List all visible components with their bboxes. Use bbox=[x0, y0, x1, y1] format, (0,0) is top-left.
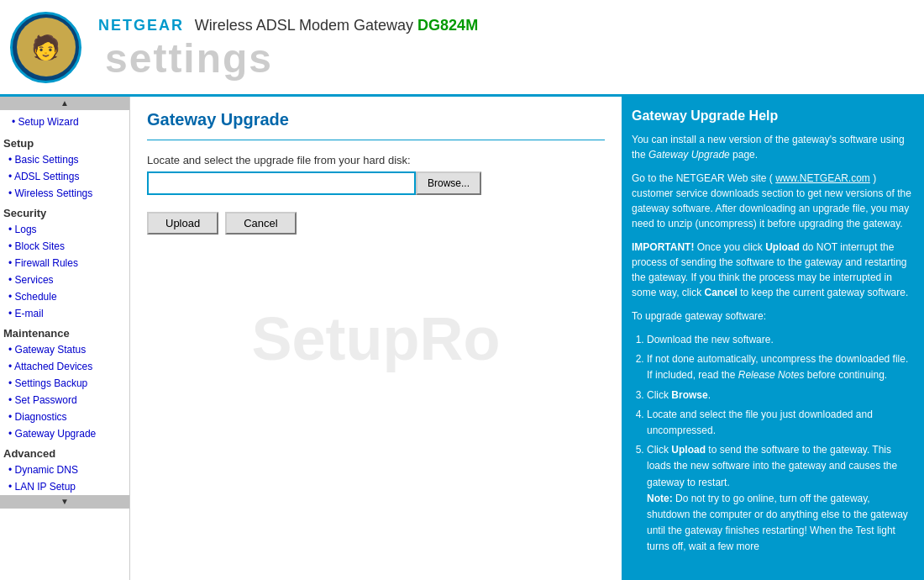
sidebar-item-email[interactable]: E-mail bbox=[0, 305, 129, 322]
form-label: Locate and select the upgrade file from … bbox=[147, 154, 605, 166]
file-path-input[interactable] bbox=[147, 171, 416, 195]
page-title: Gateway Upgrade bbox=[147, 110, 605, 129]
main-inner: SetupRo Gateway Upgrade Locate and selec… bbox=[130, 97, 622, 580]
brand-product-line: NETGEAR Wireless ADSL Modem Gateway DG82… bbox=[98, 13, 478, 35]
help-panel: Gateway Upgrade Help You can install a n… bbox=[622, 97, 924, 580]
help-step-1: Download the new software. bbox=[647, 332, 914, 348]
cancel-button[interactable]: Cancel bbox=[225, 212, 296, 235]
layout: ▲ Setup Wizard Setup Basic Settings ADSL… bbox=[0, 97, 924, 580]
file-input-row: Browse... bbox=[147, 171, 605, 195]
sidebar-item-adsl-settings[interactable]: ADSL Settings bbox=[0, 168, 129, 185]
help-steps-list: Download the new software. If not done a… bbox=[647, 332, 914, 555]
sidebar-item-gateway-upgrade[interactable]: Gateway Upgrade bbox=[0, 425, 129, 442]
sidebar-item-logs[interactable]: Logs bbox=[0, 221, 129, 238]
logo-area: 🧑 NETGEAR Wireless ADSL Modem Gateway DG… bbox=[10, 12, 478, 83]
sidebar-section-security: Security bbox=[0, 202, 129, 221]
sidebar-section-setup: Setup bbox=[0, 132, 129, 151]
help-title: Gateway Upgrade Help bbox=[632, 108, 914, 124]
sidebar-scroll-down[interactable]: ▼ bbox=[0, 495, 129, 509]
logo-text: NETGEAR Wireless ADSL Modem Gateway DG82… bbox=[98, 13, 478, 82]
sidebar-item-firewall-rules[interactable]: Firewall Rules bbox=[0, 255, 129, 272]
sidebar-scroll-up[interactable]: ▲ bbox=[0, 97, 129, 110]
help-para-2: Go to the NETGEAR Web site ( www.NETGEAR… bbox=[632, 171, 914, 231]
logo-figure-icon: 🧑 bbox=[31, 34, 60, 61]
header: 🧑 NETGEAR Wireless ADSL Modem Gateway DG… bbox=[0, 0, 924, 97]
help-step-5: Click Upload to send the software to the… bbox=[647, 442, 914, 555]
settings-label: settings bbox=[105, 35, 478, 82]
sidebar-item-attached-devices[interactable]: Attached Devices bbox=[0, 358, 129, 375]
help-step-2: If not done automatically, uncompress th… bbox=[647, 351, 914, 383]
sidebar-item-block-sites[interactable]: Block Sites bbox=[0, 238, 129, 255]
brand-name: NETGEAR bbox=[98, 13, 184, 34]
action-buttons: Upload Cancel bbox=[147, 212, 605, 235]
help-para-3: IMPORTANT! Once you click Upload do NOT … bbox=[632, 240, 914, 300]
sidebar-item-services[interactable]: Services bbox=[0, 272, 129, 288]
netgear-link[interactable]: www.NETGEAR.com bbox=[775, 172, 870, 184]
browse-button[interactable]: Browse... bbox=[416, 171, 481, 195]
sidebar-section-maintenance: Maintenance bbox=[0, 322, 129, 341]
sidebar-item-lan-ip-setup[interactable]: LAN IP Setup bbox=[0, 478, 129, 495]
sidebar-item-wireless-settings[interactable]: Wireless Settings bbox=[0, 185, 129, 202]
sidebar-section-advanced: Advanced bbox=[0, 442, 129, 461]
sidebar-item-gateway-status[interactable]: Gateway Status bbox=[0, 341, 129, 358]
sidebar-item-setup-wizard[interactable]: Setup Wizard bbox=[3, 113, 126, 130]
logo-image: 🧑 bbox=[17, 18, 76, 76]
sidebar-item-basic-settings[interactable]: Basic Settings bbox=[0, 151, 129, 168]
help-para-1: You can install a new version of the gat… bbox=[632, 132, 914, 162]
sidebar-item-schedule[interactable]: Schedule bbox=[0, 288, 129, 305]
logo-circle: 🧑 bbox=[10, 12, 81, 83]
watermark: SetupRo bbox=[252, 304, 501, 373]
help-step-4: Locate and select the file you just down… bbox=[647, 407, 914, 439]
upload-button[interactable]: Upload bbox=[147, 212, 218, 235]
sidebar: ▲ Setup Wizard Setup Basic Settings ADSL… bbox=[0, 97, 130, 580]
sidebar-item-dynamic-dns[interactable]: Dynamic DNS bbox=[0, 461, 129, 478]
sidebar-item-set-password[interactable]: Set Password bbox=[0, 392, 129, 409]
title-divider bbox=[147, 140, 605, 140]
product-name: Wireless ADSL Modem Gateway DG824M bbox=[191, 17, 478, 34]
sidebar-item-settings-backup[interactable]: Settings Backup bbox=[0, 375, 129, 392]
help-step-3: Click Browse. bbox=[647, 388, 914, 403]
sidebar-item-diagnostics[interactable]: Diagnostics bbox=[0, 409, 129, 425]
main-content: SetupRo Gateway Upgrade Locate and selec… bbox=[130, 97, 622, 580]
help-para-4: To upgrade gateway software: bbox=[632, 308, 914, 324]
